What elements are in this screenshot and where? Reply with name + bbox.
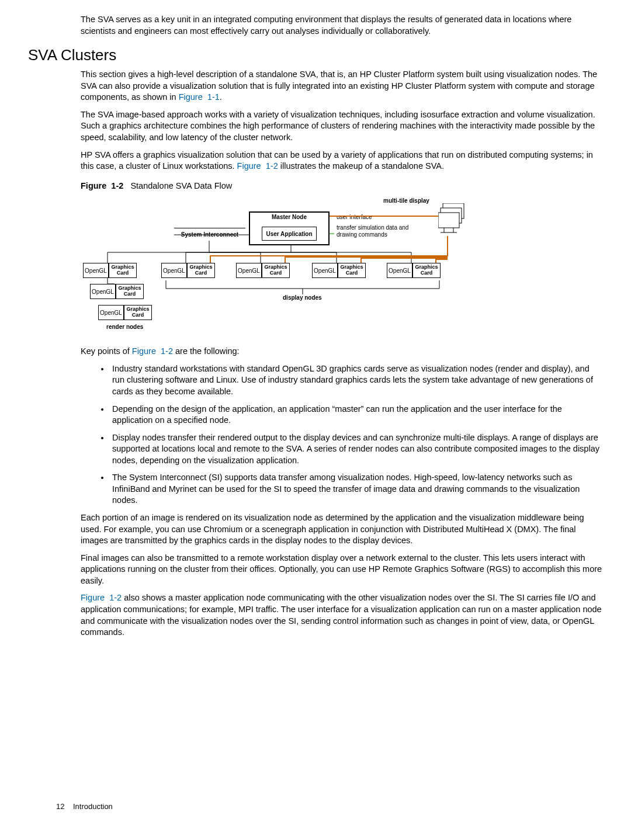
graphics-card-box: Graphics Card — [109, 263, 137, 278]
paragraph-5: Final images can also be transmitted to … — [81, 553, 603, 587]
graphics-card-box: Graphics Card — [262, 263, 290, 278]
key-points-list: Industry standard workstations with stan… — [81, 363, 603, 506]
figure-1-2-diagram: multi-tile display Master Node User Appl… — [81, 197, 501, 338]
page-number: 12 — [56, 802, 64, 811]
graphics-card-box: Graphics Card — [187, 263, 215, 278]
graphics-card-box: Graphics Card — [124, 305, 152, 320]
opengl-box: OpenGL — [83, 263, 109, 278]
opengl-box: OpenGL — [161, 263, 187, 278]
page-footer: 12 Introduction — [56, 801, 113, 812]
graphics-card-box: Graphics Card — [338, 263, 366, 278]
key-points-text-a: Key points of — [81, 346, 132, 356]
display-nodes-label: display nodes — [283, 294, 322, 301]
figure-1-2-link[interactable]: Figure 1-2 — [237, 161, 278, 171]
paragraph-1-text-b: . — [220, 92, 222, 102]
paragraph-3: HP SVA offers a graphics visualization s… — [81, 150, 603, 172]
figure-label-bold: Figure 1-2 — [81, 181, 123, 190]
paragraph-1: This section gives a high-level descript… — [81, 69, 603, 103]
figure-1-2-link[interactable]: Figure 1-2 — [132, 346, 173, 356]
figure-caption: Figure 1-2 Standalone SVA Data Flow — [81, 181, 603, 192]
paragraph-1-text-a: This section gives a high-level descript… — [81, 70, 597, 102]
opengl-box: OpenGL — [387, 263, 412, 278]
intro-paragraph: The SVA serves as a key unit in an integ… — [81, 14, 603, 37]
footer-section: Introduction — [73, 802, 113, 811]
opengl-box: OpenGL — [312, 263, 338, 278]
render-nodes-label: render nodes — [106, 324, 143, 331]
paragraph-4: Each portion of an image is rendered on … — [81, 512, 603, 547]
list-item: Display nodes transfer their rendered ou… — [110, 432, 603, 467]
paragraph-2: The SVA image-based approach works with … — [81, 109, 603, 144]
opengl-box: OpenGL — [98, 305, 124, 320]
key-points-intro: Key points of Figure 1-2 are the followi… — [81, 346, 603, 357]
paragraph-6: Figure 1-2 also shows a master applicati… — [81, 592, 603, 638]
list-item: Industry standard workstations with stan… — [110, 363, 603, 398]
opengl-box: OpenGL — [90, 284, 116, 299]
list-item: The System Interconnect (SI) supports da… — [110, 472, 603, 506]
key-points-text-b: are the following: — [173, 346, 240, 356]
figure-1-2-link[interactable]: Figure 1-2 — [81, 593, 122, 602]
figure-label-rest: Standalone SVA Data Flow — [123, 181, 232, 190]
graphics-card-box: Graphics Card — [116, 284, 144, 299]
figure-1-1-link[interactable]: Figure 1-1 — [179, 92, 220, 102]
paragraph-3-text-b: illustrates the makeup of a standalone S… — [278, 161, 444, 171]
graphics-card-box: Graphics Card — [412, 263, 441, 278]
list-item: Depending on the design of the applicati… — [110, 404, 603, 426]
section-heading: SVA Clusters — [28, 45, 603, 65]
paragraph-6-text: also shows a master application node com… — [81, 593, 602, 637]
opengl-box: OpenGL — [236, 263, 262, 278]
